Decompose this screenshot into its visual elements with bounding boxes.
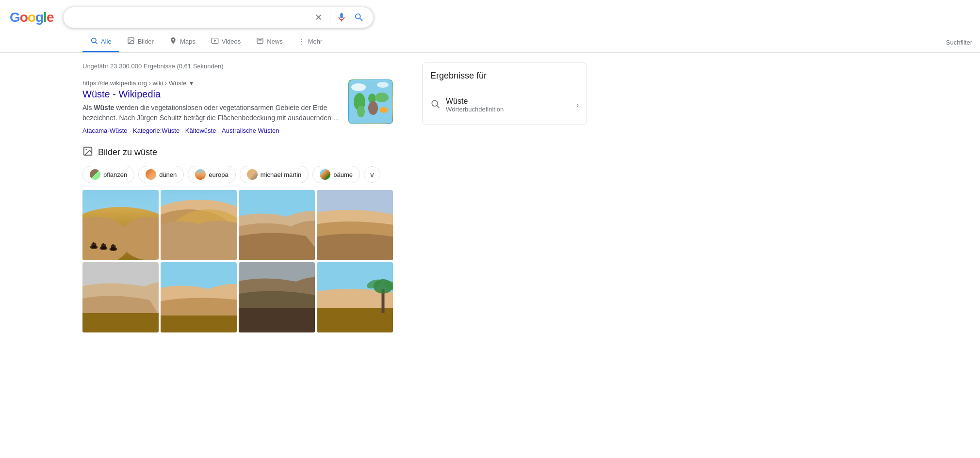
chip-baeume[interactable]: bäume: [312, 166, 360, 183]
main-content: Ungefähr 23.300.000 Ergebnisse (0,61 Sek…: [0, 53, 980, 334]
image-grid-row-2: [82, 262, 393, 332]
wiki-link-kategorie[interactable]: Kategorie:Wüste: [133, 127, 180, 134]
chip-expand-button[interactable]: ∨: [364, 166, 380, 183]
search-icon: [354, 12, 364, 23]
search-bar-wrapper: wüste ✕: [63, 7, 374, 28]
svg-point-11: [351, 83, 366, 91]
svg-line-1: [96, 42, 98, 44]
sidebar-item-main: Wüste: [446, 97, 571, 106]
chip-thumb-michael: [247, 169, 258, 180]
desert-image-1[interactable]: [82, 190, 159, 260]
sidebar-search-icon: [430, 99, 440, 111]
bilder-section-icon: [82, 146, 93, 159]
mehr-icon: ⋮: [298, 38, 305, 46]
image-grid-row-1: [82, 190, 393, 260]
wiki-description: Als Wüste werden die vegetationslosen od…: [82, 103, 341, 123]
sidebar-dictionary-item[interactable]: Wüste Wörterbuchdefinition ›: [430, 93, 579, 117]
world-map-svg: [349, 80, 392, 124]
chip-pflanzen[interactable]: pflanzen: [82, 166, 134, 183]
wiki-link-kaeltewueste[interactable]: Kältewüste: [185, 127, 216, 134]
tab-alle[interactable]: Alle: [82, 32, 119, 52]
nav-tabs: Alle Bilder Maps Videos News ⋮ Mehr Such…: [0, 28, 980, 53]
news-icon: [256, 37, 264, 46]
clear-button[interactable]: ✕: [312, 11, 325, 24]
wiki-link-australisch[interactable]: Australische Wüsten: [222, 127, 279, 134]
svg-point-49: [432, 100, 438, 106]
header: Google wüste ✕: [0, 0, 980, 28]
tab-maps[interactable]: Maps: [162, 32, 203, 52]
bilder-header: Bilder zu wüste: [82, 146, 393, 159]
svg-line-50: [437, 106, 440, 108]
sidebar-title: Ergebnisse für: [430, 71, 579, 81]
alle-icon: [90, 37, 98, 46]
bilder-section: Bilder zu wüste pflanzen dünen europa: [82, 146, 393, 332]
svg-marker-5: [214, 39, 216, 42]
wikipedia-result: https://de.wikipedia.org › wiki › Wüste …: [82, 79, 393, 134]
svg-rect-34: [113, 244, 114, 246]
results-column: Ungefähr 23.300.000 Ergebnisse (0,61 Sek…: [82, 63, 393, 334]
sidebar-item-text: Wüste Wörterbuchdefinition: [446, 97, 571, 113]
bilder-icon: [127, 37, 135, 46]
chip-thumb-europa: [195, 169, 206, 180]
svg-rect-19: [349, 119, 392, 124]
svg-point-14: [357, 106, 365, 117]
chip-duenen[interactable]: dünen: [138, 166, 184, 183]
wiki-url: https://de.wikipedia.org › wiki › Wüste …: [82, 79, 341, 87]
desert-image-6[interactable]: [161, 262, 237, 332]
svg-rect-28: [93, 242, 95, 244]
maps-icon: [169, 37, 177, 46]
url-dropdown-arrow[interactable]: ▼: [189, 80, 195, 87]
search-bar: wüste ✕: [63, 7, 374, 28]
chevron-right-icon: ›: [576, 101, 579, 110]
svg-point-16: [368, 101, 378, 115]
svg-point-12: [377, 82, 389, 88]
desert-image-5[interactable]: [82, 262, 159, 332]
tab-videos[interactable]: Videos: [203, 32, 249, 52]
desert-image-8[interactable]: [317, 262, 393, 332]
wiki-text: https://de.wikipedia.org › wiki › Wüste …: [82, 79, 341, 134]
chip-europa[interactable]: europa: [188, 166, 235, 183]
svg-point-18: [380, 107, 388, 113]
wiki-thumbnail[interactable]: [348, 79, 393, 124]
wiki-title-link[interactable]: Wüste - Wikipedia: [82, 89, 341, 100]
tab-news[interactable]: News: [248, 32, 291, 52]
result-count: Ungefähr 23.300.000 Ergebnisse (0,61 Sek…: [82, 63, 393, 70]
chip-thumb-duenen: [146, 169, 156, 180]
svg-point-17: [375, 93, 389, 102]
svg-point-3: [129, 39, 130, 40]
svg-point-0: [92, 38, 96, 43]
desert-image-4[interactable]: [317, 190, 393, 260]
wiki-related-links: Atacama-Wüste · Kategorie:Wüste · Kältew…: [82, 127, 341, 134]
svg-rect-31: [103, 243, 104, 245]
tab-mehr[interactable]: ⋮ Mehr: [291, 33, 330, 52]
search-input[interactable]: wüste: [71, 13, 307, 22]
svg-point-21: [85, 149, 87, 150]
search-button[interactable]: [353, 11, 365, 24]
google-logo[interactable]: Google: [10, 10, 53, 25]
search-divider: [330, 12, 330, 23]
mic-button[interactable]: [335, 11, 348, 24]
sidebar-divider: [423, 87, 587, 87]
sidebar-box: Ergebnisse für Wüste Wörterbuchdefinitio…: [422, 63, 587, 125]
desert-image-7[interactable]: [239, 262, 315, 332]
suchfilter-button[interactable]: Suchfilter: [938, 35, 980, 50]
filter-chips: pflanzen dünen europa michael martin bäu…: [82, 166, 393, 183]
chip-thumb-baeume: [320, 169, 330, 180]
desert-image-3[interactable]: [239, 190, 315, 260]
chip-thumb-pflanzen: [90, 169, 100, 180]
sidebar-column: Ergebnisse für Wüste Wörterbuchdefinitio…: [422, 63, 597, 334]
videos-icon: [211, 37, 219, 46]
tab-bilder[interactable]: Bilder: [119, 32, 162, 52]
sidebar-item-sub: Wörterbuchdefinition: [446, 106, 571, 113]
chip-michael-martin[interactable]: michael martin: [240, 166, 309, 183]
wiki-link-atacama[interactable]: Atacama-Wüste: [82, 127, 127, 134]
bilder-title: Bilder zu wüste: [98, 147, 157, 158]
mic-icon: [336, 12, 347, 23]
desert-image-2[interactable]: [161, 190, 237, 260]
